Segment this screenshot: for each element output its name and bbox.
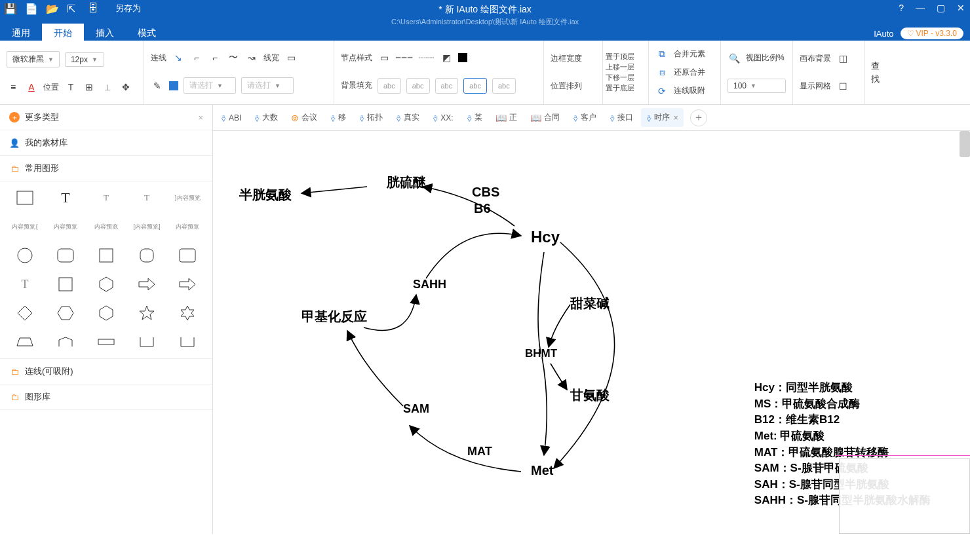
zoom-select[interactable]: 100▼	[728, 79, 786, 93]
restore-label[interactable]: 还原合并	[674, 67, 705, 78]
shape-roundrect[interactable]	[47, 244, 84, 267]
maximize-icon[interactable]: ▢	[937, 3, 945, 13]
shape-pent[interactable]	[47, 331, 84, 353]
distribute-h-icon[interactable]: ⊞	[83, 81, 96, 94]
line2-icon[interactable]: ⌐	[190, 51, 203, 64]
font-select[interactable]: 微软雅黑▼	[7, 51, 60, 67]
shape-openrect[interactable]	[128, 331, 165, 353]
sidebar-common[interactable]: 🗀 常用图形	[0, 156, 212, 181]
dash1[interactable]: ━━━	[396, 53, 414, 62]
align-icon[interactable]: ≡	[7, 81, 20, 94]
shape-text-sm1[interactable]: T	[88, 187, 125, 209]
shape-circle[interactable]	[7, 244, 43, 267]
shape-arrow[interactable]	[128, 273, 165, 295]
dash2[interactable]: ┄┄┄	[419, 53, 435, 62]
shape-trap[interactable]	[7, 331, 43, 353]
stack-bottom[interactable]: 置于底层	[606, 83, 646, 93]
merge-icon[interactable]: ⧉	[655, 47, 669, 60]
shape-labelrect[interactable]	[88, 331, 125, 353]
shape-openrect2[interactable]	[169, 331, 206, 353]
line1-icon[interactable]: ↘	[172, 51, 185, 64]
canvasbg-label[interactable]: 画布背景	[800, 53, 831, 64]
linecolor-icon[interactable]	[169, 81, 178, 90]
doctab-5[interactable]: ⎀真实	[391, 108, 425, 127]
stack-top[interactable]: 置于顶层	[606, 52, 646, 62]
abc-btn-4[interactable]: abc	[463, 78, 487, 94]
grid-toggle[interactable]: ☐	[836, 80, 849, 93]
doctab-3[interactable]: ⎀移	[325, 108, 351, 127]
doctab-12[interactable]: ⎀时序×	[641, 108, 684, 127]
minimize-icon[interactable]: —	[916, 3, 925, 13]
close-icon[interactable]: ×	[674, 113, 678, 122]
nodestyle-sel[interactable]: ▭	[378, 51, 391, 64]
shape-arrow2[interactable]	[169, 273, 206, 295]
close-icon[interactable]: ✕	[957, 3, 965, 13]
shape-rect[interactable]	[7, 187, 43, 209]
shape-brace-bot[interactable]: 内容预览	[88, 215, 125, 238]
new-icon[interactable]: 📄	[25, 3, 37, 14]
position-label[interactable]: 位置	[43, 82, 59, 93]
shape-star6[interactable]	[169, 302, 206, 324]
canvas[interactable]: 胱硫醚 半胱氨酸 CBS B6 Hcy 甜菜碱 BHMT 甘氨酸 Met MAT…	[213, 131, 970, 534]
shape-roundsq[interactable]	[128, 244, 165, 267]
stack-down[interactable]: 下移一层	[606, 73, 646, 83]
borderwidth-label[interactable]: 边框宽度	[551, 53, 596, 64]
shape-text-sm2[interactable]: T	[128, 187, 165, 209]
line3-icon[interactable]: ⌐	[208, 51, 222, 64]
shape-hexagon[interactable]	[47, 302, 84, 324]
add-tab-button[interactable]: ＋	[690, 109, 707, 126]
doctab-11[interactable]: ⎀接口	[604, 108, 638, 127]
search-button[interactable]: 查 找	[865, 41, 885, 104]
pencil-icon[interactable]: ✎	[151, 79, 164, 92]
db-icon[interactable]: 🗄	[88, 3, 100, 14]
sidebar-gallery[interactable]: 🗀 图形库	[0, 384, 212, 410]
linewidth-sel[interactable]: ▭	[284, 51, 298, 64]
text-tool-icon[interactable]: T	[64, 81, 77, 94]
abc-btn-3[interactable]: abc	[435, 78, 459, 94]
canvasbg-icon[interactable]: ◫	[836, 52, 849, 65]
select1[interactable]: 请选打▼	[184, 77, 236, 94]
fontcolor-icon[interactable]: A	[25, 81, 38, 94]
move-icon[interactable]: ✥	[119, 81, 132, 94]
help-icon[interactable]: ?	[899, 3, 904, 13]
open-icon[interactable]: 📂	[46, 3, 58, 14]
snap-icon[interactable]: ⟳	[655, 84, 669, 98]
fill-black[interactable]	[458, 53, 467, 62]
shape-bracket[interactable]: [内容预览]	[128, 215, 165, 238]
doctab-4[interactable]: ⎀拓扑	[354, 108, 388, 127]
save-icon[interactable]: 💾	[4, 3, 16, 14]
doctab-6[interactable]: ⎀XX:	[427, 109, 458, 127]
close-icon[interactable]: ×	[198, 113, 203, 122]
distribute-v-icon[interactable]: ⟂	[101, 81, 114, 94]
stack-up[interactable]: 上移一层	[606, 62, 646, 72]
sidebar-mylib[interactable]: 👤 我的素材库	[0, 130, 212, 156]
doctab-9[interactable]: 📖合同	[525, 108, 565, 127]
shape-sq2[interactable]	[47, 273, 84, 295]
fill-icon[interactable]: ◩	[440, 51, 453, 64]
showgrid-label[interactable]: 显示网格	[800, 81, 831, 92]
saveas-label[interactable]: 另存为	[115, 3, 141, 14]
shape-diamond[interactable]	[7, 302, 43, 324]
shape-heptagon[interactable]	[88, 273, 125, 295]
posarrange-label[interactable]: 位置排列	[551, 81, 596, 92]
snap-label[interactable]: 连线吸附	[674, 85, 705, 96]
vip-button[interactable]: ♡ VIP - v3.3.0	[901, 28, 963, 39]
export-icon[interactable]: ⇱	[67, 3, 79, 14]
doctab-1[interactable]: ⎀大数	[249, 108, 283, 127]
sidebar-lines[interactable]: 🗀 连线(可吸附)	[0, 358, 212, 384]
shape-roundrect2[interactable]	[169, 244, 206, 267]
shape-brace-l[interactable]: 内容预览{	[7, 215, 43, 238]
shape-text[interactable]: T	[47, 187, 84, 209]
sidebar-more[interactable]: ＋ 更多类型 ×	[0, 105, 212, 130]
shape-heptagon2[interactable]	[88, 302, 125, 324]
abc-btn-1[interactable]: abc	[378, 78, 401, 94]
restore-icon[interactable]: ⧈	[655, 65, 669, 79]
fontsize-select[interactable]: 12px▼	[65, 52, 104, 67]
shape-underline[interactable]: 内容预览	[169, 215, 206, 238]
doctab-8[interactable]: 📖正	[490, 108, 522, 127]
doctab-10[interactable]: ⎀客户	[568, 108, 602, 127]
line5-icon[interactable]: ↝	[245, 51, 258, 64]
doctab-2[interactable]: ⊚会议	[286, 108, 322, 127]
line4-icon[interactable]: 〜	[227, 51, 240, 64]
doctab-7[interactable]: ⎀某	[461, 108, 488, 127]
